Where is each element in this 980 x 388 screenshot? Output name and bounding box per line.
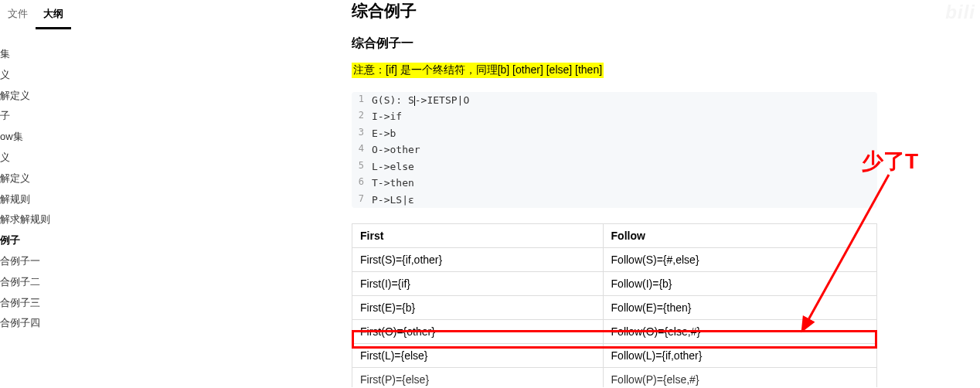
table-row: First(O)={other}Follow(O)={else,#} xyxy=(352,320,877,344)
outline-item[interactable]: 合例子一 xyxy=(0,251,112,272)
sidebar: 文件 大纲 集义解定义子ow集义解定义解规则解求解规则例子合例子一合例子二合例子… xyxy=(0,0,112,388)
code-block-1[interactable]: 1G(S): S->IETSP|O2I->if3E->b4O->other5L-… xyxy=(352,92,877,208)
outline-item[interactable]: 子 xyxy=(0,106,112,127)
line-number: 7 xyxy=(352,192,372,208)
cell-first: First(S)={if,other} xyxy=(352,248,604,272)
line-number: 5 xyxy=(352,158,372,175)
cell-follow: Follow(E)={then} xyxy=(603,296,876,320)
cell-follow: Follow(O)={else,#} xyxy=(603,320,876,344)
note-highlight: 注意：[if] 是一个终结符，同理[b] [other] [else] [the… xyxy=(352,63,604,78)
th-follow: Follow xyxy=(603,224,876,248)
code-text: O->other xyxy=(372,141,877,158)
line-number: 1 xyxy=(352,92,372,108)
line-number: 6 xyxy=(352,175,372,191)
line-number: 4 xyxy=(352,141,372,158)
cell-follow: Follow(I)={b} xyxy=(603,272,876,296)
table-row: First(L)={else}Follow(L)={if,other} xyxy=(352,344,877,368)
outline-item[interactable]: 集 xyxy=(0,44,112,65)
cell-follow: Follow(S)={#,else} xyxy=(603,248,876,272)
outline-list: 集义解定义子ow集义解定义解规则解求解规则例子合例子一合例子二合例子三合例子四 xyxy=(0,36,112,334)
main-title: 综合例子 xyxy=(352,0,877,22)
line-number: 3 xyxy=(352,125,372,141)
first-follow-table: First Follow First(S)={if,other}Follow(S… xyxy=(352,223,877,387)
outline-item[interactable]: 合例子三 xyxy=(0,293,112,314)
table-row: First(I)={if}Follow(I)={b} xyxy=(352,272,877,296)
watermark-text: bili xyxy=(945,2,975,23)
cell-follow: Follow(P)={else,#} xyxy=(603,368,876,388)
code-text: T->then xyxy=(372,175,877,191)
cell-follow: Follow(L)={if,other} xyxy=(603,344,876,368)
outline-item[interactable]: 解规则 xyxy=(0,189,112,210)
outline-item[interactable]: ow集 xyxy=(0,127,112,148)
code-text: E->b xyxy=(372,125,877,141)
outline-item[interactable]: 义 xyxy=(0,148,112,168)
table-row: First(S)={if,other}Follow(S)={#,else} xyxy=(352,248,877,272)
code-text: I->if xyxy=(372,108,877,124)
code-text: G(S): S->IETSP|O xyxy=(372,92,877,108)
code-text: L->else xyxy=(372,158,877,175)
table-row: First(E)={b}Follow(E)={then} xyxy=(352,296,877,320)
outline-item[interactable]: 解定义 xyxy=(0,86,112,107)
main-content: 综合例子 综合例子一 注意：[if] 是一个终结符，同理[b] [other] … xyxy=(352,0,877,388)
sidebar-tabs: 文件 大纲 xyxy=(0,4,112,36)
table-row: First(P)={else}Follow(P)={else,#} xyxy=(352,368,877,388)
cell-first: First(I)={if} xyxy=(352,272,604,296)
tab-file[interactable]: 文件 xyxy=(0,4,36,29)
annotation-text: 少了T xyxy=(862,147,918,176)
outline-item[interactable]: 义 xyxy=(0,65,112,86)
tab-outline[interactable]: 大纲 xyxy=(36,4,71,29)
outline-item[interactable]: 合例子二 xyxy=(0,272,112,293)
sub-title-1: 综合例子一 xyxy=(352,36,877,52)
outline-item[interactable]: 合例子四 xyxy=(0,313,112,334)
line-number: 2 xyxy=(352,108,372,124)
th-first: First xyxy=(352,224,604,248)
outline-item[interactable]: 例子 xyxy=(0,230,112,251)
code-text: P->LS|ε xyxy=(372,192,877,208)
cell-first: First(L)={else} xyxy=(352,344,604,368)
cell-first: First(E)={b} xyxy=(352,296,604,320)
outline-item[interactable]: 解求解规则 xyxy=(0,209,112,230)
outline-item[interactable]: 解定义 xyxy=(0,168,112,189)
cell-first: First(O)={other} xyxy=(352,320,604,344)
cell-first: First(P)={else} xyxy=(352,368,604,388)
